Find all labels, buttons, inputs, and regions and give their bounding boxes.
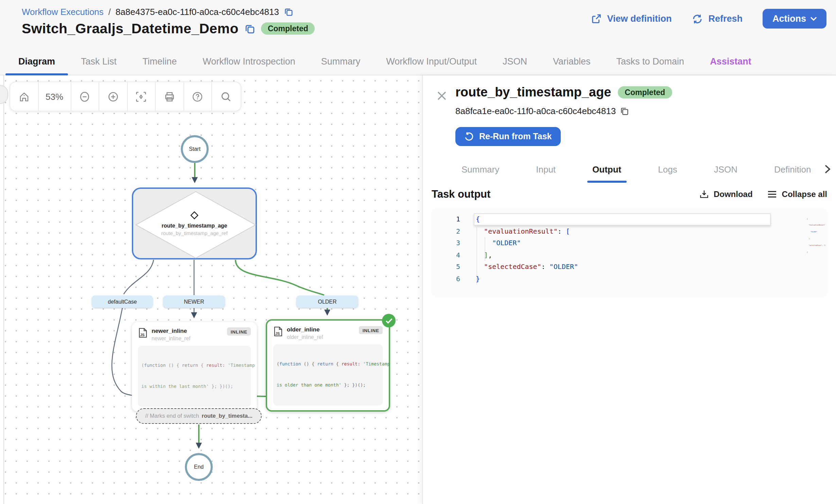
copy-icon[interactable]	[284, 7, 293, 16]
chevron-right-icon	[824, 164, 830, 174]
tab-diagram[interactable]: Diagram	[5, 48, 68, 75]
tab-summary[interactable]: Summary	[308, 48, 373, 75]
line-number: 3	[432, 239, 460, 247]
copy-icon[interactable]	[245, 23, 255, 34]
diagram-edges	[0, 75, 422, 504]
view-definition-button[interactable]: View definition	[591, 14, 672, 24]
breadcrumb-separator: /	[108, 7, 111, 17]
tab-variables[interactable]: Variables	[540, 48, 604, 75]
fit-view-button[interactable]	[127, 82, 156, 111]
switch-node-ref: route_by_timestamp_age_ref	[161, 230, 227, 236]
task-detail-title: route_by_timestamp_age	[455, 85, 611, 100]
tabs-scroll-right-button[interactable]	[818, 156, 836, 183]
start-node: Start	[181, 135, 209, 163]
zoom-in-button[interactable]	[99, 82, 127, 111]
rerun-icon	[464, 132, 474, 141]
main-tab-bar: Diagram Task List Timeline Workflow Intr…	[0, 48, 836, 75]
task-node-newer-inline[interactable]: JS newer_inline newer_inline_ref INLINE …	[132, 322, 257, 412]
line-number: 6	[432, 275, 460, 283]
rerun-from-task-button[interactable]: Re-Run from Task	[455, 127, 560, 146]
collapse-all-icon	[768, 190, 777, 198]
tab-timeline[interactable]: Timeline	[129, 48, 190, 75]
task-node-older-inline[interactable]: JS older_inline older_inline_ref INLINE …	[266, 319, 390, 412]
inline-badge: INLINE	[227, 327, 251, 336]
completed-check-icon	[382, 314, 396, 327]
printer-icon	[164, 91, 175, 102]
switch-node-name: route_by_timestamp_age	[162, 222, 227, 229]
page-title: Switch_Graaljs_Datetime_Demo	[22, 20, 239, 37]
task-tab-summary[interactable]: Summary	[456, 156, 505, 183]
external-link-icon	[591, 14, 602, 24]
inline-badge: INLINE	[359, 326, 383, 334]
end-switch-ref: route_by_timesta...	[202, 413, 252, 419]
task-tab-json[interactable]: JSON	[709, 156, 743, 183]
line-number: 2	[432, 228, 460, 235]
end-switch-comment: // Marks end of switch	[145, 413, 199, 419]
task-tab-input[interactable]: Input	[530, 156, 561, 183]
javascript-file-icon: JS	[273, 326, 283, 337]
print-button[interactable]	[156, 82, 184, 111]
diagram-toolbar: 53%	[10, 82, 241, 111]
close-panel-button[interactable]	[436, 90, 447, 101]
task-tab-definition[interactable]: Definition	[769, 156, 816, 183]
end-node-label: End	[194, 464, 204, 470]
tab-workflow-introspection[interactable]: Workflow Introspection	[190, 48, 308, 75]
help-button[interactable]	[184, 82, 212, 111]
refresh-button[interactable]: Refresh	[692, 13, 743, 24]
task-tab-output[interactable]: Output	[587, 156, 627, 183]
end-switch-node[interactable]: // Marks end of switch route_by_timesta.…	[136, 408, 262, 424]
workflow-diagram-canvas[interactable]: 53%	[0, 75, 422, 504]
task-ref: older_inline_ref	[287, 334, 355, 340]
task-code-preview: (function () { return { result: 'Timesta…	[273, 344, 383, 406]
copy-icon[interactable]	[620, 107, 629, 115]
svg-text:JS: JS	[275, 331, 280, 336]
start-node-label: Start	[189, 146, 201, 152]
task-tab-logs[interactable]: Logs	[652, 156, 682, 183]
workflow-status-badge: Completed	[261, 22, 315, 35]
zoom-level-display: 53%	[38, 82, 71, 111]
task-ref: newer_inline_ref	[152, 336, 223, 342]
app-window: Workflow Executions / 8a8e4375-ea0c-11f0…	[0, 0, 836, 504]
zoom-out-button[interactable]	[71, 82, 99, 111]
editor-minimap[interactable]: { "evaluationResult": [ "OLDER" ], "sele…	[807, 213, 825, 258]
json-code: 1{ 2 "evaluationResult": [ 3 "OLDER" 4 ]…	[432, 213, 807, 285]
task-detail-tab-bar: Summary Input Output Logs JSON Definitio…	[423, 156, 836, 183]
svg-text:JS: JS	[140, 333, 144, 337]
task-code-preview: (function () { return { result: 'Timesta…	[138, 346, 251, 407]
switch-icon	[190, 211, 198, 219]
actions-button[interactable]: Actions	[763, 9, 826, 29]
page-header: Workflow Executions / 8a8e4375-ea0c-11f0…	[0, 0, 836, 48]
refresh-icon	[692, 13, 703, 24]
line-number: 4	[432, 251, 460, 259]
search-icon	[221, 91, 232, 102]
download-icon	[699, 190, 709, 199]
task-output-heading: Task output	[432, 188, 490, 200]
search-button[interactable]	[212, 82, 240, 111]
tab-assistant[interactable]: Assistant	[697, 48, 764, 75]
help-icon	[192, 91, 204, 102]
download-button[interactable]: Download	[699, 190, 753, 199]
task-detail-panel: route_by_timestamp_age Completed 8a8fca1…	[422, 75, 836, 504]
close-icon	[436, 90, 447, 101]
breadcrumb: Workflow Executions / 8a8e4375-ea0c-11f0…	[22, 7, 293, 17]
collapse-all-button[interactable]: Collapse all	[768, 190, 827, 199]
home-button[interactable]	[10, 82, 38, 111]
tab-task-list[interactable]: Task List	[68, 48, 129, 75]
task-id: 8a8fca1e-ea0c-11f0-a0ca-c60c4ebc4813	[455, 106, 616, 116]
breadcrumb-execution-id: 8a8e4375-ea0c-11f0-a0ca-c60c4ebc4813	[116, 7, 279, 17]
home-icon	[18, 91, 30, 102]
case-label-default: defaultCase	[92, 295, 153, 308]
zoom-out-icon	[79, 91, 91, 102]
task-output-json-editor[interactable]: 1{ 2 "evaluationResult": [ 3 "OLDER" 4 ]…	[432, 209, 828, 297]
fit-view-icon	[136, 91, 147, 102]
task-name: newer_inline	[152, 327, 223, 334]
breadcrumb-link-workflow-executions[interactable]: Workflow Executions	[22, 7, 104, 17]
tab-tasks-to-domain[interactable]: Tasks to Domain	[604, 48, 697, 75]
tab-json[interactable]: JSON	[490, 48, 540, 75]
task-name: older_inline	[287, 326, 355, 333]
chevron-down-icon	[810, 16, 817, 21]
end-node: End	[185, 453, 213, 481]
tab-workflow-input-output[interactable]: Workflow Input/Output	[373, 48, 490, 75]
switch-node[interactable]: route_by_timestamp_age route_by_timestam…	[132, 187, 257, 259]
line-number: 1	[432, 216, 460, 223]
